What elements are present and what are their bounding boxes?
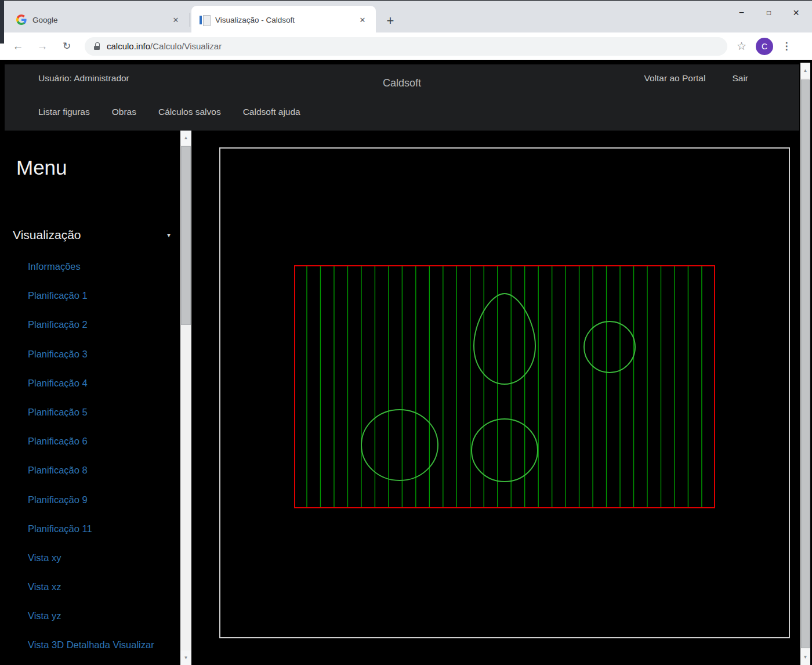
- url-path: /Calculo/Visualizar: [150, 41, 222, 51]
- back-icon[interactable]: ←: [8, 37, 28, 56]
- caldsoft-favicon-icon: [200, 15, 209, 25]
- url-text: calculo.info/Calculo/Visualizar: [107, 41, 222, 51]
- url-domain: calculo.info: [107, 41, 150, 51]
- window-controls: − □ ✕: [728, 5, 810, 21]
- sidebar-link-planificacao-8[interactable]: Planificação 8: [28, 465, 179, 494]
- tab-strip: Google ✕ Visualização - Caldsoft ✕ + − □…: [0, 0, 812, 32]
- browser-menu-icon[interactable]: ⋮: [780, 40, 793, 52]
- page-scrollbar[interactable]: ▲ ▼: [800, 63, 810, 665]
- sidebar-link-planificacao-3[interactable]: Planificação 3: [28, 349, 179, 378]
- scroll-up-icon[interactable]: ▲: [800, 63, 810, 78]
- scroll-up-icon[interactable]: ▲: [180, 131, 191, 145]
- sidebar-link-vista-xz[interactable]: Vista xz: [28, 582, 179, 611]
- header-right-links: Voltar ao Portal Sair: [644, 73, 748, 84]
- sidebar-link-planificacao-4[interactable]: Planificação 4: [28, 378, 179, 407]
- sidebar-link-vista-yz[interactable]: Vista yz: [28, 611, 179, 640]
- sidebar-link-planificacao-5[interactable]: Planificação 5: [28, 407, 179, 436]
- section-label: Visualização: [13, 228, 81, 241]
- forward-icon[interactable]: →: [32, 37, 52, 56]
- chevron-down-icon: ▾: [167, 232, 171, 239]
- scroll-down-icon[interactable]: ▼: [800, 649, 810, 665]
- sidebar-link-planificacao-2[interactable]: Planificação 2: [28, 320, 179, 349]
- sidebar-links: Informações Planificação 1 Planificação …: [28, 262, 179, 665]
- nav-listar-figuras[interactable]: Listar figuras: [38, 107, 90, 117]
- scrollbar-thumb[interactable]: [181, 146, 191, 325]
- sidebar-link-informacoes[interactable]: Informações: [28, 262, 179, 291]
- tab-title: Visualização - Caldsoft: [215, 16, 353, 24]
- close-icon[interactable]: ✕: [782, 5, 810, 21]
- tab-caldsoft[interactable]: Visualização - Caldsoft ✕: [191, 6, 376, 34]
- portal-link[interactable]: Voltar ao Portal: [644, 73, 705, 84]
- sidebar-link-vista-xy[interactable]: Vista xy: [28, 553, 179, 582]
- profile-avatar[interactable]: C: [756, 38, 773, 55]
- lock-icon: [94, 42, 100, 50]
- bookmark-star-icon[interactable]: ☆: [737, 39, 746, 53]
- tab-google[interactable]: Google ✕: [10, 8, 187, 31]
- new-tab-button[interactable]: +: [382, 12, 399, 30]
- scrollbar-thumb[interactable]: [801, 79, 810, 648]
- sidebar-scrollbar[interactable]: ▲ ▼: [180, 131, 191, 665]
- maximize-icon[interactable]: □: [755, 5, 782, 21]
- sidebar-link-planificacao-11[interactable]: Planificação 11: [28, 524, 179, 553]
- tab-close-icon[interactable]: ✕: [171, 16, 181, 24]
- nav-caldsoft-ajuda[interactable]: Caldsoft ajuda: [243, 107, 300, 117]
- sidebar-section-visualizacao[interactable]: ▾ Visualização: [13, 228, 171, 241]
- app-header: Usuário: Administrador Caldsoft Voltar a…: [5, 64, 799, 131]
- sidebar-link-planificacao-6[interactable]: Planificação 6: [28, 436, 179, 465]
- scroll-down-icon[interactable]: ▼: [180, 650, 191, 665]
- tab-close-icon[interactable]: ✕: [357, 16, 368, 24]
- sidebar-link-planificacao-1[interactable]: Planificação 1: [28, 291, 179, 320]
- navigation-bar: ← → ↻ calculo.info/Calculo/Visualizar ☆ …: [0, 32, 812, 60]
- tab-title: Google: [32, 16, 166, 24]
- window-edge: [0, 0, 4, 44]
- browser-window: Google ✕ Visualização - Caldsoft ✕ + − □…: [0, 0, 812, 60]
- drawing-frame: [219, 147, 790, 638]
- sidebar-title: Menu: [16, 157, 67, 178]
- nav-calculos-salvos[interactable]: Cálculos salvos: [158, 107, 221, 117]
- address-bar[interactable]: calculo.info/Calculo/Visualizar: [85, 37, 727, 56]
- header-nav: Listar figuras Obras Cálculos salvos Cal…: [38, 107, 300, 117]
- nav-obras[interactable]: Obras: [112, 107, 136, 117]
- drawing-canvas: [220, 149, 789, 637]
- sidebar-link-vista-3d[interactable]: Vista 3D Detalhada Visualizar: [28, 640, 179, 665]
- page-content: Usuário: Administrador Caldsoft Voltar a…: [0, 60, 812, 665]
- sidebar: Menu ▾ Visualização Informações Planific…: [5, 131, 191, 665]
- google-favicon-icon: [16, 15, 27, 25]
- reload-icon[interactable]: ↻: [57, 37, 77, 56]
- minimize-icon[interactable]: −: [728, 5, 755, 21]
- sidebar-link-planificacao-9[interactable]: Planificação 9: [28, 495, 179, 524]
- logout-link[interactable]: Sair: [732, 73, 748, 84]
